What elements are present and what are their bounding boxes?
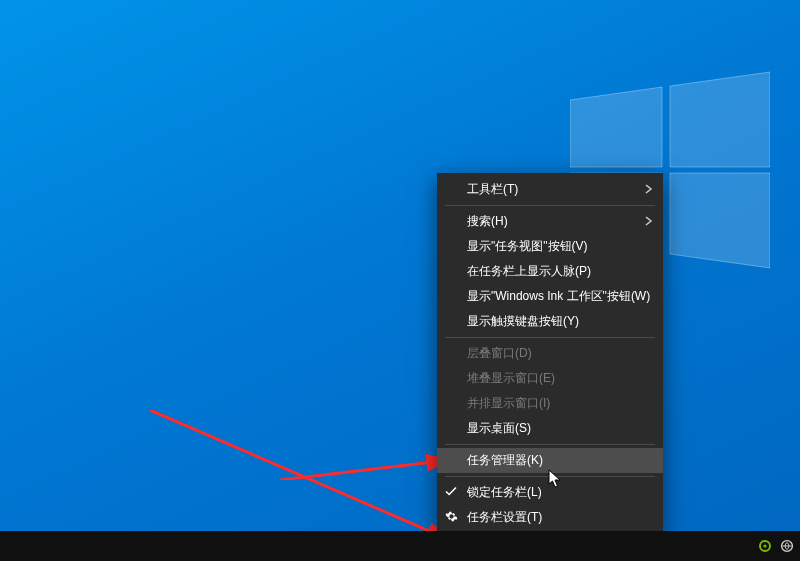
chevron-right-icon (645, 215, 653, 229)
taskbar-context-menu: 工具栏(T) 搜索(H) 显示"任务视图"按钮(V) 在任务栏上显示人脉(P) … (437, 173, 663, 534)
menu-separator (445, 205, 655, 206)
svg-marker-0 (570, 87, 662, 167)
menu-item-label: 搜索(H) (467, 213, 508, 230)
svg-line-4 (150, 410, 450, 540)
menu-item-show-taskview[interactable]: 显示"任务视图"按钮(V) (437, 234, 663, 259)
menu-item-stacked-windows: 堆叠显示窗口(E) (437, 366, 663, 391)
menu-item-label: 堆叠显示窗口(E) (467, 370, 555, 387)
annotation-arrow (150, 410, 470, 550)
check-icon (445, 485, 457, 500)
menu-item-label: 显示触摸键盘按钮(Y) (467, 313, 579, 330)
menu-item-toolbars[interactable]: 工具栏(T) (437, 177, 663, 202)
menu-item-search[interactable]: 搜索(H) (437, 209, 663, 234)
chevron-right-icon (645, 183, 653, 197)
menu-item-task-manager[interactable]: 任务管理器(K) (437, 448, 663, 473)
svg-point-7 (763, 544, 766, 547)
ime-tray-icon[interactable] (780, 539, 794, 553)
menu-item-show-ink[interactable]: 显示"Windows Ink 工作区"按钮(W) (437, 284, 663, 309)
svg-marker-1 (670, 72, 770, 167)
menu-item-label: 任务管理器(K) (467, 452, 543, 469)
menu-item-cascade-windows: 层叠窗口(D) (437, 341, 663, 366)
menu-item-taskbar-settings[interactable]: 任务栏设置(T) (437, 505, 663, 530)
menu-separator (445, 444, 655, 445)
menu-item-lock-taskbar[interactable]: 锁定任务栏(L) (437, 480, 663, 505)
menu-item-label: 显示桌面(S) (467, 420, 531, 437)
menu-item-label: 任务栏设置(T) (467, 509, 542, 526)
menu-separator (445, 337, 655, 338)
taskbar[interactable] (0, 531, 800, 561)
menu-item-label: 显示"Windows Ink 工作区"按钮(W) (467, 288, 650, 305)
menu-item-show-desktop[interactable]: 显示桌面(S) (437, 416, 663, 441)
menu-item-label: 锁定任务栏(L) (467, 484, 542, 501)
menu-item-show-people[interactable]: 在任务栏上显示人脉(P) (437, 259, 663, 284)
desktop[interactable]: 工具栏(T) 搜索(H) 显示"任务视图"按钮(V) 在任务栏上显示人脉(P) … (0, 0, 800, 561)
menu-item-label: 工具栏(T) (467, 181, 518, 198)
menu-separator (445, 476, 655, 477)
menu-item-label: 在任务栏上显示人脉(P) (467, 263, 591, 280)
system-tray (758, 531, 794, 561)
svg-line-5 (280, 460, 450, 480)
annotation-arrow (280, 400, 460, 480)
menu-item-label: 显示"任务视图"按钮(V) (467, 238, 588, 255)
menu-item-label: 层叠窗口(D) (467, 345, 532, 362)
menu-item-label: 并排显示窗口(I) (467, 395, 550, 412)
menu-item-show-touch-keyboard[interactable]: 显示触摸键盘按钮(Y) (437, 309, 663, 334)
svg-marker-3 (670, 173, 770, 268)
gear-icon (445, 510, 458, 526)
menu-item-sidebyside-windows: 并排显示窗口(I) (437, 391, 663, 416)
nvidia-tray-icon[interactable] (758, 539, 772, 553)
